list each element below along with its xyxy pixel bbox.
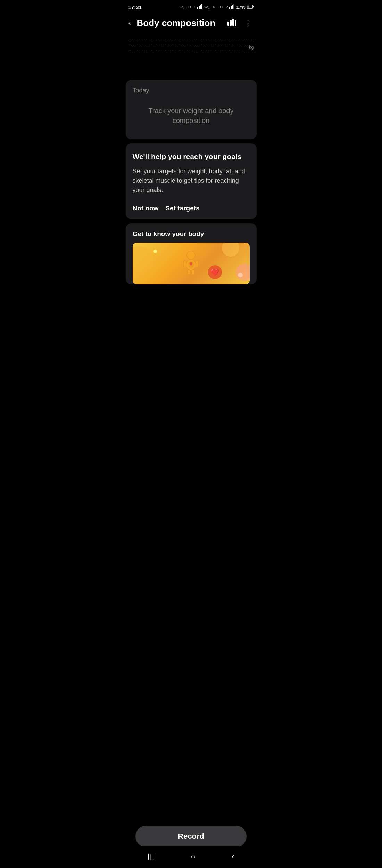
today-card: Today Track your weight and body composi… — [126, 80, 257, 139]
not-now-button[interactable]: Not now — [133, 203, 159, 214]
chart-line-middle — [128, 45, 254, 45]
svg-rect-13 — [232, 19, 234, 26]
chart-line-top — [128, 40, 254, 40]
goals-title: We'll help you reach your goals — [133, 152, 250, 161]
chart-line-bottom — [128, 50, 254, 50]
more-options-icon[interactable]: ⋮ — [242, 17, 254, 29]
signal-bars-2 — [229, 4, 235, 10]
svg-rect-6 — [232, 5, 233, 9]
svg-rect-5 — [231, 6, 232, 9]
svg-rect-20 — [183, 261, 186, 267]
heart-icon: ❤️ — [208, 265, 222, 279]
decoration-circle-2 — [222, 243, 239, 257]
svg-rect-1 — [199, 6, 200, 9]
track-message: Track your weight and body composition — [133, 102, 250, 132]
goals-actions: Not now Set targets — [133, 203, 250, 214]
svg-rect-7 — [233, 4, 234, 9]
svg-rect-3 — [201, 4, 202, 9]
goals-card: We'll help you reach your goals Set your… — [126, 143, 257, 219]
decoration-dot-2 — [238, 273, 243, 277]
body-figure-svg — [177, 250, 205, 277]
sim2-icon: Vo))) 4G↓ LTE2 — [204, 5, 228, 9]
goals-description: Set your targets for weight, body fat, a… — [133, 167, 250, 195]
chart-icon[interactable] — [225, 17, 239, 29]
battery-icon — [247, 5, 254, 9]
sim-icon: Vo))) LTE1 — [179, 5, 196, 9]
svg-rect-2 — [200, 5, 201, 9]
chart-unit: kg — [249, 44, 254, 50]
status-bar: 17:31 Vo))) LTE1 Vo))) 4G↓ LTE2 17% — [123, 0, 259, 12]
svg-rect-19 — [192, 270, 194, 275]
status-time: 17:31 — [128, 4, 142, 10]
svg-rect-9 — [253, 6, 254, 7]
illustration-background: ❤️ — [133, 243, 250, 284]
today-label: Today — [133, 87, 250, 94]
decoration-circle-1 — [133, 246, 153, 274]
know-body-title: Get to know your body — [133, 230, 250, 238]
svg-rect-14 — [235, 20, 236, 26]
app-header: ‹ Body composition ⋮ — [123, 12, 259, 35]
chart-area: kg — [123, 40, 259, 74]
svg-rect-0 — [197, 7, 198, 9]
body-illustration: ❤️ — [133, 243, 250, 284]
page-title: Body composition — [137, 18, 222, 28]
know-body-card: Get to know your body — [126, 223, 257, 284]
svg-rect-11 — [227, 22, 229, 26]
signal-bars-1 — [197, 4, 203, 10]
svg-rect-4 — [229, 7, 230, 9]
back-button[interactable]: ‹ — [126, 17, 134, 29]
svg-rect-21 — [196, 261, 199, 267]
svg-rect-12 — [230, 20, 232, 26]
svg-rect-18 — [188, 270, 190, 275]
svg-point-15 — [187, 251, 195, 259]
decoration-pink-blob — [236, 264, 250, 281]
battery-percent: 17% — [236, 5, 245, 10]
status-icons: Vo))) LTE1 Vo))) 4G↓ LTE2 17% — [179, 4, 254, 10]
decoration-dot-1 — [153, 250, 157, 253]
set-targets-button[interactable]: Set targets — [165, 203, 199, 214]
bottom-spacer — [123, 289, 259, 330]
svg-rect-10 — [247, 6, 248, 8]
